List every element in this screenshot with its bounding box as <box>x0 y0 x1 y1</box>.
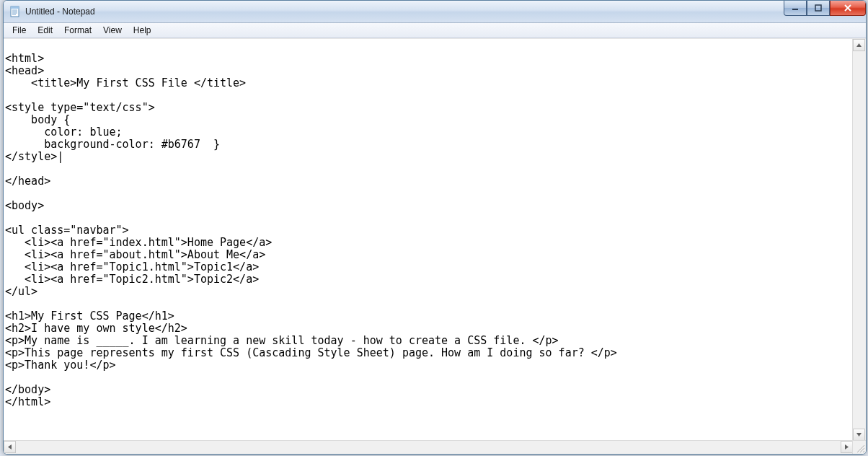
svg-marker-12 <box>8 444 12 450</box>
scroll-up-button[interactable] <box>853 39 865 51</box>
notepad-app-icon <box>9 6 21 17</box>
scroll-down-button[interactable] <box>853 429 865 441</box>
chevron-down-icon <box>856 433 862 437</box>
chevron-up-icon <box>856 43 862 47</box>
menu-help[interactable]: Help <box>128 24 157 37</box>
menu-file[interactable]: File <box>6 24 32 37</box>
chevron-right-icon <box>845 444 849 450</box>
scroll-left-button[interactable] <box>4 441 16 453</box>
close-icon <box>843 4 852 12</box>
svg-marker-11 <box>856 433 862 437</box>
title-bar[interactable]: Untitled - Notepad <box>4 1 866 23</box>
window-title: Untitled - Notepad <box>25 1 95 22</box>
menu-format[interactable]: Format <box>58 24 97 37</box>
horizontal-scrollbar[interactable] <box>4 440 853 454</box>
maximize-icon <box>815 4 822 12</box>
menu-view[interactable]: View <box>97 24 128 37</box>
resize-grip[interactable] <box>852 440 866 454</box>
window-controls <box>784 1 866 15</box>
client-area: <html> <head> <title>My First CSS File <… <box>4 38 866 454</box>
svg-rect-6 <box>792 9 798 10</box>
menu-edit[interactable]: Edit <box>32 24 58 37</box>
svg-line-16 <box>863 451 864 452</box>
text-editor[interactable]: <html> <head> <title>My First CSS File <… <box>4 39 853 441</box>
vertical-scrollbar[interactable] <box>852 39 866 441</box>
svg-marker-10 <box>856 43 862 47</box>
notepad-window: Untitled - Notepad File Edit Format View… <box>3 0 867 455</box>
minimize-button[interactable] <box>784 1 807 16</box>
scroll-right-button[interactable] <box>841 441 853 453</box>
svg-marker-13 <box>845 444 849 450</box>
minimize-icon <box>792 4 799 12</box>
svg-rect-1 <box>11 6 19 9</box>
svg-rect-7 <box>815 5 821 11</box>
chevron-left-icon <box>8 444 12 450</box>
close-button[interactable] <box>830 1 866 16</box>
menu-bar: File Edit Format View Help <box>4 23 866 38</box>
maximize-button[interactable] <box>807 1 830 16</box>
resize-grip-icon <box>855 443 865 453</box>
